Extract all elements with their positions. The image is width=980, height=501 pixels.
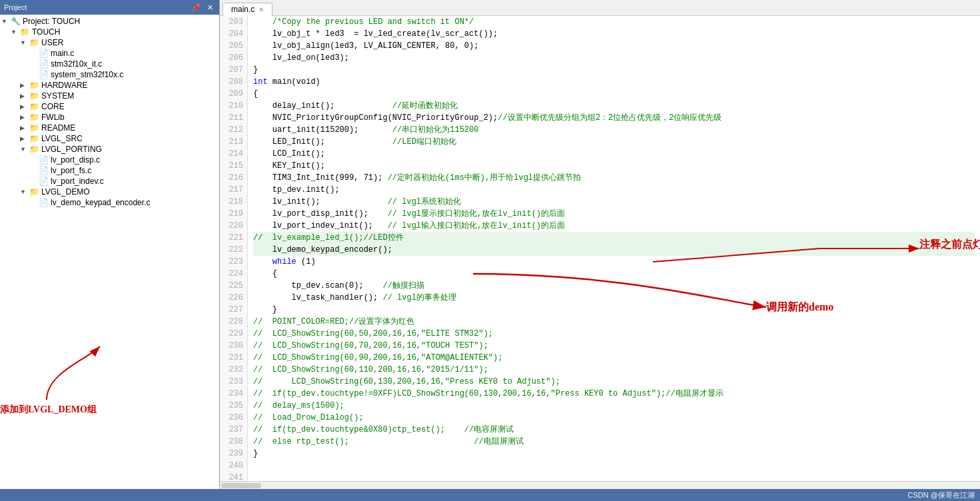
tree-item-user[interactable]: ▼📁USER: [0, 37, 219, 48]
folder-icon-hardware: 📁: [29, 81, 39, 90]
expand-icon-lvgl-src[interactable]: ▶: [20, 135, 29, 142]
line-numbers: 2032042052062072082092102112122132142152…: [220, 16, 248, 481]
folder-icon-core: 📁: [29, 102, 39, 111]
expand-icon-system[interactable]: ▶: [20, 93, 29, 99]
folder-icon-user: 📁: [29, 38, 39, 47]
line-number: 240: [224, 460, 243, 472]
tree-item-lvgl-src[interactable]: ▶📁LVGL_SRC: [0, 133, 219, 144]
tree-label-lv-port-disp: lv_port_disp.c: [51, 155, 100, 165]
tab-main-c[interactable]: main.c ✕: [223, 3, 272, 16]
expand-icon-core[interactable]: ▶: [20, 103, 29, 110]
tree-item-lv-port-fs[interactable]: 📄lv_port_fs.c: [0, 165, 219, 176]
tree-item-system-stm32f10x[interactable]: 📄system_stm32f10x.c: [0, 69, 219, 80]
scrollbar-thumb[interactable]: [221, 483, 261, 488]
line-number: 214: [224, 148, 243, 160]
tree-item-lvgl-demo[interactable]: ▼📁LVGL_DEMO: [0, 187, 219, 197]
line-number: 203: [224, 16, 243, 28]
line-number: 220: [224, 220, 243, 232]
code-line: lv_demo_keypad_encoder();: [253, 244, 975, 256]
folder-icon-fwlib: 📁: [29, 113, 39, 122]
expand-icon-project-root[interactable]: ▼: [1, 18, 11, 25]
folder-icon-system: 📁: [29, 91, 39, 101]
tree-item-project-root[interactable]: ▼🔧Project: TOUCH: [0, 16, 219, 27]
tree-item-lv-port-disp[interactable]: 📄lv_port_disp.c: [0, 155, 219, 165]
tree-item-hardware[interactable]: ▶📁HARDWARE: [0, 80, 219, 91]
line-number: 206: [224, 52, 243, 64]
tree-label-lv-demo-keypad: lv_demo_keypad_encoder.c: [51, 198, 150, 207]
pin-button[interactable]: 📌: [189, 3, 203, 12]
code-line: delay_init(); //延时函数初始化: [253, 100, 975, 112]
line-number: 225: [224, 280, 243, 292]
tree-item-touch[interactable]: ▼📁TOUCH: [0, 27, 219, 37]
tree-label-project-root: Project: TOUCH: [23, 17, 80, 26]
tree-item-readme[interactable]: ▶📁README: [0, 123, 219, 133]
tab-bar: main.c ✕: [220, 0, 980, 16]
expand-icon-fwlib[interactable]: ▶: [20, 114, 29, 121]
code-line: TIM3_Int_Init(999, 71); //定时器初始化(1ms中断),…: [253, 172, 975, 184]
folder-icon-readme: 📁: [29, 123, 39, 133]
code-line: // if(tp_dev.touchtype!=0XFF)LCD_ShowStr…: [253, 388, 975, 400]
file-icon-lv-demo-keypad: 📄: [39, 198, 49, 207]
line-number: 223: [224, 256, 243, 268]
tree-item-lv-port-indev[interactable]: 📄lv_port_indev.c: [0, 176, 219, 187]
tree-item-fwlib[interactable]: ▶📁FWLib: [0, 112, 219, 123]
horizontal-scrollbar[interactable]: [220, 481, 980, 489]
code-line: // lv_example_led_1();//LED控件: [253, 232, 975, 244]
file-icon-lv-port-indev: 📄: [39, 177, 49, 186]
close-panel-button[interactable]: ✕: [205, 3, 215, 12]
code-line: {: [253, 88, 975, 100]
code-line: tp_dev.scan(0); //触摸扫描: [253, 280, 975, 292]
code-line: }: [253, 64, 975, 76]
line-number: 221: [224, 232, 243, 244]
tree-item-main-c[interactable]: 📄main.c: [0, 48, 219, 59]
code-line: }: [253, 448, 975, 460]
tree-label-stm32f10x-it: stm32f10x_it.c: [51, 59, 102, 69]
tree-item-system[interactable]: ▶📁SYSTEM: [0, 91, 219, 101]
tab-close-button[interactable]: ✕: [258, 6, 264, 13]
expand-icon-user[interactable]: ▼: [20, 39, 29, 46]
code-line: lv_port_indev_init(); // lvgl输入接口初始化,放在l…: [253, 220, 975, 232]
status-bar: CSDN @保哥在江湖: [0, 489, 980, 501]
project-panel-header: Project 📌 ✕: [0, 0, 219, 15]
code-line: lv_obj_align(led3, LV_ALIGN_CENTER, 80, …: [253, 40, 975, 52]
tree-label-hardware: HARDWARE: [41, 81, 88, 90]
tree-label-system: SYSTEM: [41, 91, 74, 101]
code-editor[interactable]: 2032042052062072082092102112122132142152…: [220, 16, 980, 481]
tree-item-lvgl-porting[interactable]: ▼📁LVGL_PORTING: [0, 144, 219, 155]
folder-icon-lvgl-demo: 📁: [29, 187, 39, 197]
tab-label: main.c: [231, 5, 254, 14]
line-number: 232: [224, 364, 243, 376]
folder-icon-lvgl-src: 📁: [29, 134, 39, 143]
code-line: // LCD_ShowString(60,70,200,16,16,"TOUCH…: [253, 340, 975, 352]
line-number: 239: [224, 448, 243, 460]
expand-icon-touch[interactable]: ▼: [11, 29, 20, 35]
code-line: // else rtp_test(); //电阻屏测试: [253, 436, 975, 448]
line-number: 204: [224, 28, 243, 40]
expand-icon-lvgl-porting[interactable]: ▼: [20, 146, 29, 153]
code-line: int main(void): [253, 76, 975, 88]
tree-item-stm32f10x-it[interactable]: 📄stm32f10x_it.c: [0, 59, 219, 69]
file-icon-lv-port-disp: 📄: [39, 155, 49, 165]
tree-item-lv-demo-keypad[interactable]: 📄lv_demo_keypad_encoder.c: [0, 197, 219, 208]
line-number: 215: [224, 160, 243, 172]
line-number: 224: [224, 268, 243, 280]
expand-icon-lvgl-demo[interactable]: ▼: [20, 189, 29, 195]
line-number: 213: [224, 136, 243, 148]
code-line: // Load_Drow_Dialog();: [253, 412, 975, 424]
status-right: CSDN @保哥在江湖: [908, 490, 975, 500]
tree-label-fwlib: FWLib: [41, 113, 65, 122]
file-icon-system-stm32f10x: 📄: [39, 70, 49, 79]
folder-icon-touch: 📁: [20, 27, 30, 37]
expand-icon-readme[interactable]: ▶: [20, 125, 29, 131]
tree-label-core: CORE: [41, 102, 65, 111]
code-content[interactable]: /*Copy the previous LED and switch it ON…: [248, 16, 980, 481]
tree-item-core[interactable]: ▶📁CORE: [0, 101, 219, 112]
line-number: 212: [224, 124, 243, 136]
code-line: lv_init(); // lvgl系统初始化: [253, 196, 975, 208]
line-number: 237: [224, 424, 243, 436]
line-number: 238: [224, 436, 243, 448]
expand-icon-hardware[interactable]: ▶: [20, 82, 29, 89]
line-number: 218: [224, 196, 243, 208]
line-number: 217: [224, 184, 243, 196]
tree-label-system-stm32f10x: system_stm32f10x.c: [51, 70, 123, 79]
